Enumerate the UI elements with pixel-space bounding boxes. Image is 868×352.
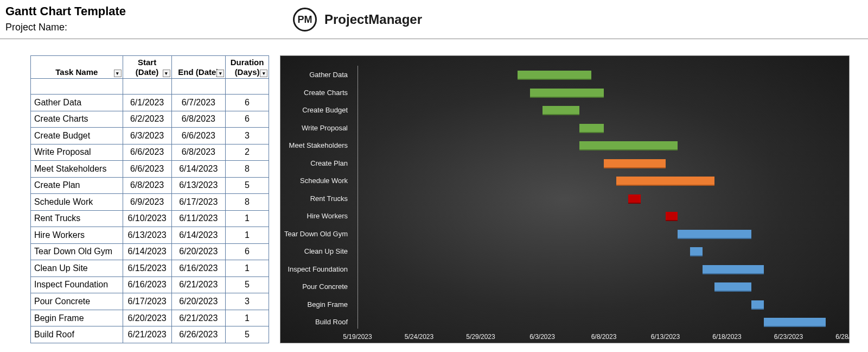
cell-end[interactable]: 6/21/2023 <box>171 276 226 293</box>
cell-end[interactable]: 6/11/2023 <box>171 210 226 227</box>
cell-end[interactable]: 6/8/2023 <box>171 111 226 128</box>
gantt-bar[interactable] <box>666 212 678 221</box>
cell-start[interactable]: 6/10/2023 <box>123 210 171 227</box>
cell-start[interactable]: 6/6/2023 <box>123 144 171 161</box>
cell-start[interactable]: 6/17/2023 <box>123 293 171 310</box>
filter-dropdown-icon[interactable]: ▾ <box>114 70 122 77</box>
table-row[interactable]: Rent Trucks6/10/20236/11/20231 <box>31 210 269 227</box>
cell-task[interactable]: Hire Workers <box>31 227 123 244</box>
gantt-bar[interactable] <box>764 318 826 327</box>
cell-start[interactable]: 6/3/2023 <box>123 128 171 144</box>
col-end[interactable]: End (Date) ▾ <box>171 56 226 79</box>
cell-end[interactable]: 6/7/2023 <box>171 95 226 111</box>
cell-start[interactable]: 6/14/2023 <box>123 243 171 260</box>
cell-task[interactable]: Inspect Foundation <box>31 276 123 293</box>
cell-start[interactable]: 6/6/2023 <box>123 161 171 178</box>
cell-end[interactable]: 6/17/2023 <box>171 194 226 211</box>
table-row[interactable]: Meet Stakeholders6/6/20236/14/20238 <box>31 161 269 178</box>
gantt-bar[interactable] <box>579 124 604 133</box>
cell-duration[interactable]: 6 <box>226 95 269 111</box>
cell-duration[interactable]: 6 <box>226 111 269 128</box>
cell-task[interactable]: Begin Frame <box>31 310 123 326</box>
col-duration[interactable]: Duration (Days) ▾ <box>226 56 269 79</box>
cell-duration[interactable]: 3 <box>226 293 269 310</box>
cell-start[interactable]: 6/2/2023 <box>123 111 171 128</box>
table-row[interactable]: Tear Down Old Gym6/14/20236/20/20236 <box>31 243 269 260</box>
cell-end[interactable]: 6/20/2023 <box>171 243 226 260</box>
cell-task[interactable]: Clean Up Site <box>31 260 123 277</box>
cell-duration[interactable]: 3 <box>226 128 269 144</box>
cell-task[interactable]: Pour Concrete <box>31 293 123 310</box>
cell-end[interactable]: 6/6/2023 <box>171 128 226 144</box>
gantt-bar[interactable] <box>751 300 764 310</box>
gantt-bar[interactable] <box>542 106 579 115</box>
table-row[interactable]: Gather Data6/1/20236/7/20236 <box>31 95 269 111</box>
cell-end[interactable]: 6/14/2023 <box>171 227 226 244</box>
gantt-bar[interactable] <box>678 230 751 239</box>
cell-duration[interactable]: 2 <box>226 144 269 161</box>
gantt-bar[interactable] <box>530 89 604 98</box>
cell-start[interactable]: 6/13/2023 <box>123 227 171 244</box>
table-row[interactable]: Clean Up Site6/15/20236/16/20231 <box>31 260 269 277</box>
cell-duration[interactable]: 5 <box>226 177 269 194</box>
table-row[interactable]: Build Roof6/21/20236/26/20235 <box>31 326 269 343</box>
table-row[interactable]: Begin Frame6/20/20236/21/20231 <box>31 310 269 326</box>
cell-task[interactable]: Rent Trucks <box>31 210 123 227</box>
cell-start[interactable]: 6/16/2023 <box>123 276 171 293</box>
cell-duration[interactable]: 1 <box>226 260 269 277</box>
cell-duration[interactable]: 8 <box>226 194 269 211</box>
cell-task[interactable]: Write Proposal <box>31 144 123 161</box>
table-row[interactable]: Inspect Foundation6/16/20236/21/20235 <box>31 276 269 293</box>
cell-task[interactable]: Gather Data <box>31 95 123 111</box>
table-row[interactable]: Write Proposal6/6/20236/8/20232 <box>31 144 269 161</box>
cell-task[interactable]: Create Budget <box>31 128 123 144</box>
cell-end[interactable]: 6/13/2023 <box>171 177 226 194</box>
table-row[interactable]: Create Budget6/3/20236/6/20233 <box>31 128 269 144</box>
cell-task[interactable]: Create Charts <box>31 111 123 128</box>
gantt-bar[interactable] <box>604 159 666 168</box>
cell-end[interactable]: 6/14/2023 <box>171 161 226 178</box>
cell-start[interactable]: 6/8/2023 <box>123 177 171 194</box>
cell-start[interactable]: 6/21/2023 <box>123 326 171 343</box>
cell-duration[interactable]: 8 <box>226 161 269 178</box>
filter-dropdown-icon[interactable]: ▾ <box>163 70 170 77</box>
cell-task[interactable]: Meet Stakeholders <box>31 161 123 178</box>
gantt-bar[interactable] <box>690 247 703 256</box>
gantt-bar[interactable] <box>518 71 591 80</box>
gantt-bar[interactable] <box>714 282 751 292</box>
cell-end[interactable]: 6/21/2023 <box>171 310 226 326</box>
cell-end[interactable]: 6/20/2023 <box>171 293 226 310</box>
cell-duration[interactable]: 1 <box>226 227 269 244</box>
cell-start[interactable]: 6/15/2023 <box>123 260 171 277</box>
filter-dropdown-icon[interactable]: ▾ <box>260 70 267 77</box>
cell-task[interactable]: Build Roof <box>31 326 123 343</box>
gantt-bar[interactable] <box>628 194 641 204</box>
cell-task[interactable]: Tear Down Old Gym <box>31 243 123 260</box>
table-row[interactable]: Pour Concrete6/17/20236/20/20233 <box>31 293 269 310</box>
table-row[interactable]: Create Charts6/2/20236/8/20236 <box>31 111 269 128</box>
cell-start[interactable]: 6/9/2023 <box>123 194 171 211</box>
gantt-bar[interactable] <box>579 141 678 150</box>
gantt-bar[interactable] <box>703 265 764 274</box>
gantt-bar[interactable] <box>616 177 715 186</box>
cell-end[interactable]: 6/16/2023 <box>171 260 226 277</box>
col-start[interactable]: Start (Date) ▾ <box>123 56 171 79</box>
table-row[interactable]: Hire Workers6/13/20236/14/20231 <box>31 227 269 244</box>
cell-duration[interactable]: 5 <box>226 276 269 293</box>
x-axis-tick: 5/29/2023 <box>466 333 495 341</box>
table-row[interactable]: Schedule Work6/9/20236/17/20238 <box>31 194 269 211</box>
filter-dropdown-icon[interactable]: ▾ <box>216 70 224 77</box>
cell-duration[interactable]: 1 <box>226 310 269 326</box>
cell-end[interactable]: 6/26/2023 <box>171 326 226 343</box>
table-row[interactable]: Create Plan6/8/20236/13/20235 <box>31 177 269 194</box>
cell-duration[interactable]: 5 <box>226 326 269 343</box>
cell-start[interactable]: 6/1/2023 <box>123 95 171 111</box>
cell-task[interactable]: Create Plan <box>31 177 123 194</box>
col-task[interactable]: Task Name ▾ <box>31 56 123 79</box>
cell-task[interactable]: Schedule Work <box>31 194 123 211</box>
cell-end[interactable]: 6/8/2023 <box>171 144 226 161</box>
cell-duration[interactable]: 1 <box>226 210 269 227</box>
cell-start[interactable]: 6/20/2023 <box>123 310 171 326</box>
cell-duration[interactable]: 6 <box>226 243 269 260</box>
x-axis-tick: 6/23/2023 <box>774 333 803 341</box>
